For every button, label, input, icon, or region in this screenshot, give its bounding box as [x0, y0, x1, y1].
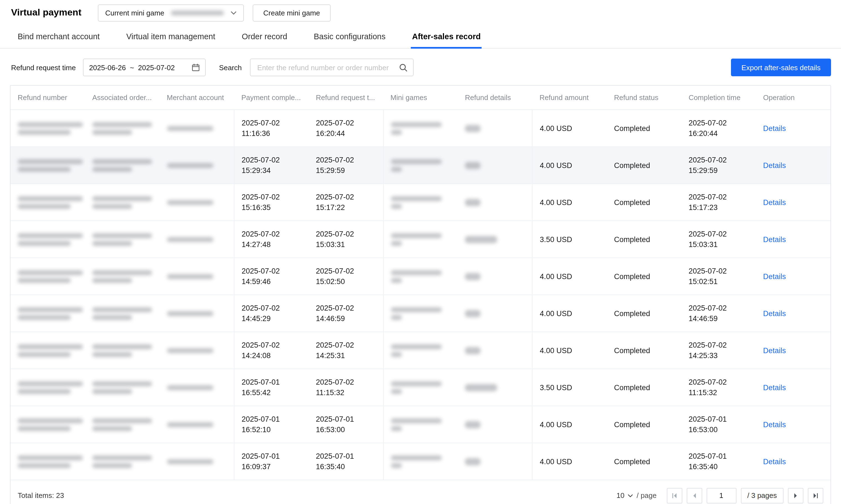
payment-date: 2025-07-02: [242, 266, 304, 276]
completion-time: 14:25:33: [689, 350, 752, 361]
redacted-refund-number: [18, 241, 71, 246]
redacted-order-number: [92, 130, 132, 134]
details-link[interactable]: Details: [763, 272, 786, 281]
details-link[interactable]: Details: [763, 383, 786, 392]
payment-completion-cell: 2025-07-02 11:16:36: [234, 110, 309, 147]
column-header-associated-order: Associated order...: [85, 86, 160, 110]
payment-date: 2025-07-02: [242, 340, 304, 350]
completion-date: 2025-07-02: [689, 229, 752, 239]
request-time: 16:53:00: [316, 425, 379, 435]
redacted-order-number: [92, 381, 152, 386]
merchant-account-cell: [159, 295, 234, 332]
tab-virtual-item-management[interactable]: Virtual item management: [125, 29, 216, 48]
table-header-row: Refund number Associated order... Mercha…: [11, 86, 830, 110]
completion-time-cell: 2025-07-02 15:29:59: [682, 147, 756, 184]
tab-basic-configurations[interactable]: Basic configurations: [313, 29, 387, 48]
payment-time: 14:24:08: [242, 350, 304, 361]
refund-number-cell: [11, 184, 85, 221]
refund-status-cell: Completed: [607, 369, 682, 406]
payment-completion-cell: 2025-07-01 16:09:37: [234, 443, 309, 480]
redacted-mini-game: [391, 418, 441, 423]
operation-cell: Details: [756, 295, 830, 332]
refund-amount-cell: 4.00 USD: [532, 258, 607, 295]
tab-bind-merchant-account[interactable]: Bind merchant account: [17, 29, 101, 48]
redacted-mini-game: [391, 426, 402, 431]
date-range-picker[interactable]: 2025-06-26 ~ 2025-07-02: [83, 58, 206, 76]
redacted-merchant-account: [167, 163, 213, 168]
redacted-order-number: [92, 463, 132, 468]
details-link[interactable]: Details: [763, 457, 786, 466]
completion-date: 2025-07-02: [689, 303, 752, 313]
completion-date: 2025-07-02: [689, 118, 752, 128]
redacted-order-number: [92, 426, 132, 431]
page-size-select[interactable]: 10: [616, 491, 633, 500]
column-header-refund-details: Refund details: [458, 86, 532, 110]
prev-page-button[interactable]: [686, 488, 702, 503]
details-link[interactable]: Details: [763, 124, 786, 132]
redacted-mini-game: [391, 159, 441, 164]
operation-cell: Details: [756, 258, 830, 295]
after-sales-table: Refund number Associated order... Mercha…: [10, 85, 831, 504]
refund-number-cell: [11, 443, 85, 480]
mini-games-cell: [383, 221, 458, 258]
search-input[interactable]: [256, 63, 400, 72]
search-label: Search: [219, 63, 242, 72]
mini-games-cell: [383, 147, 458, 184]
redacted-refund-details: [465, 347, 480, 354]
refund-number-cell: [11, 147, 85, 184]
date-range-value: 2025-06-26 ~ 2025-07-02: [89, 63, 175, 72]
request-date: 2025-07-02: [316, 229, 379, 239]
current-mini-game-label: Current mini game: [105, 8, 164, 17]
details-link[interactable]: Details: [763, 235, 786, 244]
refund-amount-cell: 4.00 USD: [532, 295, 607, 332]
tab-after-sales-record[interactable]: After-sales record: [411, 29, 481, 48]
payment-time: 15:16:35: [242, 202, 304, 213]
details-link[interactable]: Details: [763, 346, 786, 355]
completion-time-cell: 2025-07-02 11:15:32: [682, 369, 756, 406]
redacted-mini-game: [391, 315, 402, 320]
redacted-refund-number: [18, 463, 71, 468]
redacted-refund-number: [18, 130, 71, 134]
refund-request-cell: 2025-07-02 11:15:32: [309, 369, 383, 406]
completion-time: 15:02:51: [689, 276, 752, 287]
payment-date: 2025-07-02: [242, 155, 304, 165]
tab-order-record[interactable]: Order record: [241, 29, 288, 48]
redacted-order-number: [92, 204, 132, 209]
first-page-button[interactable]: [667, 488, 682, 503]
redacted-order-number: [92, 389, 132, 394]
create-mini-game-button[interactable]: Create mini game: [253, 4, 330, 21]
request-date: 2025-07-02: [316, 192, 379, 202]
payment-time: 16:09:37: [242, 462, 304, 472]
search-icon[interactable]: [400, 63, 408, 72]
refund-details-cell: [458, 369, 532, 406]
details-link[interactable]: Details: [763, 198, 786, 206]
tab-bar: Bind merchant account Virtual item manag…: [0, 25, 841, 49]
refund-status-cell: Completed: [607, 221, 682, 258]
column-header-refund-request-time: Refund request t...: [309, 86, 383, 110]
last-page-button[interactable]: [808, 488, 823, 503]
refund-amount-cell: 3.50 USD: [532, 369, 607, 406]
payment-completion-cell: 2025-07-02 15:29:34: [234, 147, 309, 184]
refund-request-cell: 2025-07-02 15:02:50: [309, 258, 383, 295]
details-link[interactable]: Details: [763, 420, 786, 429]
export-after-sales-button[interactable]: Export after-sales details: [731, 58, 831, 76]
associated-order-cell: [85, 258, 160, 295]
redacted-order-number: [92, 315, 132, 320]
current-mini-game-select[interactable]: Current mini game: [98, 4, 244, 21]
details-link[interactable]: Details: [763, 309, 786, 318]
table-body: 2025-07-02 11:16:36 2025-07-02 16:20:44 …: [11, 110, 830, 480]
search-box: [250, 58, 414, 76]
completion-time: 14:46:59: [689, 313, 752, 324]
completion-date: 2025-07-02: [689, 155, 752, 165]
details-link[interactable]: Details: [763, 161, 786, 169]
redacted-refund-number: [18, 389, 71, 394]
refund-number-cell: [11, 295, 85, 332]
page-number-input[interactable]: [706, 488, 736, 503]
redacted-merchant-account: [167, 237, 213, 242]
completion-time-cell: 2025-07-02 15:02:51: [682, 258, 756, 295]
completion-date: 2025-07-01: [689, 451, 752, 462]
merchant-account-cell: [159, 221, 234, 258]
completion-time: 16:20:44: [689, 128, 752, 139]
next-page-button[interactable]: [788, 488, 803, 503]
operation-cell: Details: [756, 406, 830, 443]
